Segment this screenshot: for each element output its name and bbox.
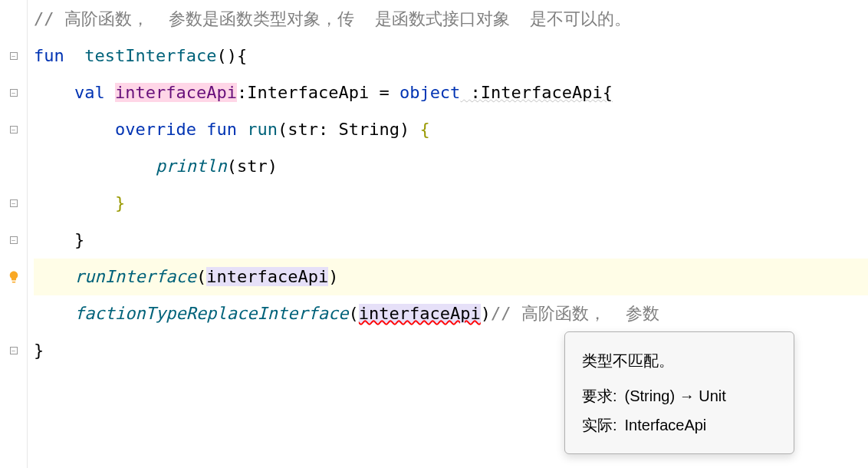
paren: ( — [349, 304, 359, 323]
code-line[interactable]: val interfaceApi:InterfaceApi = object :… — [34, 74, 868, 111]
method-call: println — [156, 157, 227, 176]
argument-error: interfaceApi — [359, 304, 481, 323]
editor-gutter: − − − − − − — [0, 0, 28, 468]
gutter-row[interactable]: − — [0, 74, 27, 111]
brace: { — [419, 120, 429, 139]
gutter-row[interactable]: − — [0, 111, 27, 148]
function-name: testInterface — [84, 46, 216, 65]
code-line[interactable]: println(str) — [34, 148, 868, 185]
gutter-row[interactable] — [0, 259, 27, 295]
code-line[interactable]: fun testInterface(){ — [34, 38, 868, 74]
code-editor[interactable]: // 高阶函数， 参数是函数类型对象，传 是函数式接口对象 是不可以的。 fun… — [28, 0, 868, 468]
tooltip-found-label: 实际: — [582, 410, 617, 440]
tooltip-found-value: InterfaceApi — [625, 410, 707, 440]
code-line-highlighted[interactable]: runInterface(interfaceApi) — [34, 259, 868, 295]
fold-icon[interactable]: − — [10, 126, 18, 133]
text: = — [369, 83, 399, 102]
paren: ) — [481, 304, 491, 323]
method-call: factionTypeReplaceInterface — [74, 304, 349, 323]
argument: interfaceApi — [206, 267, 328, 286]
fold-icon[interactable]: − — [10, 52, 18, 60]
code-line[interactable]: // 高阶函数， 参数是函数类型对象，传 是函数式接口对象 是不可以的。 — [34, 1, 868, 38]
tooltip-required-label: 要求: — [582, 381, 617, 410]
function-name: run — [247, 120, 278, 139]
gutter-row[interactable]: − — [0, 185, 27, 222]
fold-icon[interactable]: − — [10, 199, 18, 207]
brace: } — [115, 193, 125, 213]
error-tooltip: 类型不匹配。 要求: (String) → Unit 实际: Interface… — [564, 331, 794, 454]
code-line[interactable]: override fun run(str: String) { — [34, 111, 868, 148]
code-line[interactable]: factionTypeReplaceInterface(interfaceApi… — [34, 295, 868, 332]
comment-text: // 高阶函数， 参数 — [491, 304, 659, 323]
lightbulb-icon[interactable] — [7, 270, 21, 284]
keyword-fun: fun — [34, 46, 64, 65]
keyword-fun: fun — [206, 120, 237, 139]
method-call: runInterface — [74, 267, 196, 286]
tooltip-required-row: 要求: (String) → Unit — [582, 381, 777, 410]
keyword-object: object — [399, 83, 460, 102]
paren: ) — [328, 267, 338, 286]
gutter-row — [0, 295, 27, 332]
args: (str) — [227, 157, 278, 176]
type-name: InterfaceApi — [247, 83, 369, 102]
comment-text: // 高阶函数， 参数是函数类型对象，传 是函数式接口对象 是不可以的。 — [34, 9, 631, 28]
gutter-row[interactable]: − — [0, 332, 27, 369]
keyword-override: override — [115, 120, 196, 139]
variable-name: interfaceApi — [115, 83, 237, 102]
params: (str: String) — [278, 120, 419, 139]
gutter-row[interactable]: − — [0, 222, 27, 259]
tooltip-required-value: (String) → Unit — [625, 381, 726, 410]
gutter-row[interactable]: − — [0, 38, 27, 74]
brace: } — [34, 341, 44, 360]
fold-icon[interactable]: − — [10, 347, 18, 354]
tooltip-title: 类型不匹配。 — [582, 346, 777, 375]
text: (){ — [216, 46, 247, 65]
gutter-row — [0, 1, 27, 38]
tooltip-found-row: 实际: InterfaceApi — [582, 410, 777, 440]
text: :InterfaceApi{ — [460, 83, 613, 102]
fold-icon[interactable]: − — [10, 236, 18, 244]
keyword-val: val — [74, 83, 105, 102]
fold-icon[interactable]: − — [10, 89, 18, 97]
gutter-row — [0, 148, 27, 185]
paren: ( — [196, 267, 206, 286]
brace: } — [74, 230, 84, 249]
code-line[interactable]: } — [34, 185, 868, 222]
code-line[interactable]: } — [34, 222, 868, 259]
